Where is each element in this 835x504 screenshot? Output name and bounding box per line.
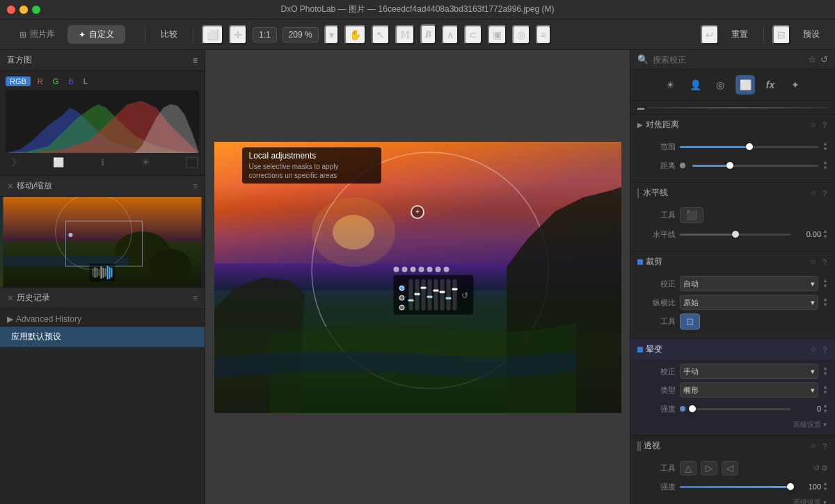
focus-distance-star-icon[interactable]: ☆: [809, 120, 818, 130]
history-group[interactable]: ▶ Advanced History: [0, 311, 205, 327]
tab-customize[interactable]: ✦ 自定义: [67, 25, 125, 44]
focus-range-track[interactable]: [680, 146, 818, 148]
handle-circle[interactable]: +: [411, 205, 424, 219]
favorites-star-icon[interactable]: ☆: [808, 54, 816, 65]
perspective-strength-slider[interactable]: [680, 486, 790, 488]
perspective-advanced-settings[interactable]: 高级设置 ▾: [637, 498, 828, 504]
vignette-strength-down[interactable]: ▼: [822, 409, 828, 414]
brush-tool[interactable]: 𝑩: [420, 24, 436, 44]
horizon-star-icon[interactable]: ☆: [809, 188, 818, 198]
focus-distance-header[interactable]: ▶ 对焦距离 ☆ ?: [630, 115, 835, 135]
horizon-tool-icon[interactable]: ⬛: [680, 207, 703, 223]
cursor-tool[interactable]: ↖: [372, 25, 390, 44]
close-icon[interactable]: ✕: [7, 181, 14, 191]
sliders-reset-icon[interactable]: ↺: [461, 290, 468, 300]
crop-ratio-down[interactable]: ▼: [822, 302, 828, 308]
dot-6[interactable]: [436, 267, 441, 273]
control-dot-2[interactable]: [399, 295, 405, 301]
focus-distance-down[interactable]: ▼: [822, 165, 828, 171]
move-zoom-preview[interactable]: [0, 197, 205, 287]
histogram-b-channel[interactable]: B: [65, 76, 76, 86]
tool-magic-icon[interactable]: ✦: [786, 75, 805, 95]
focus-distance-track[interactable]: [692, 165, 818, 167]
tool-target-icon[interactable]: ◎: [710, 75, 730, 95]
vignette-info-icon[interactable]: ?: [821, 345, 828, 355]
vignette-correction-select[interactable]: 手动 ▾: [680, 364, 818, 379]
compare-button[interactable]: 比较: [154, 26, 184, 43]
horizon-info-icon[interactable]: ?: [821, 188, 828, 198]
blue-control-dot-1[interactable]: [399, 286, 405, 291]
slider-track-7[interactable]: [447, 279, 451, 311]
vignette-strength-arrows[interactable]: ▲ ▼: [822, 403, 828, 414]
crop-ratio-select[interactable]: 原始 ▾: [680, 295, 818, 310]
perspective-star-icon[interactable]: ☆: [809, 441, 818, 451]
horizon-num-arrows[interactable]: ▲ ▼: [822, 229, 828, 240]
dot-4[interactable]: [419, 267, 424, 273]
vignette-header[interactable]: 晕变 ☆ ?: [630, 339, 835, 359]
focus-distance-slider[interactable]: [680, 163, 818, 168]
tool-fx-icon[interactable]: fx: [761, 75, 780, 95]
reset-button[interactable]: 重置: [724, 26, 755, 43]
slider-track-2[interactable]: [415, 279, 420, 311]
vignette-type-arrows[interactable]: ▲ ▼: [822, 384, 828, 396]
slider-track-3[interactable]: [422, 279, 426, 311]
perspective-tool-1[interactable]: △: [680, 461, 697, 475]
history-item-default-preset[interactable]: 应用默认预设: [0, 327, 205, 347]
mask-tool[interactable]: 𝕄: [395, 25, 415, 44]
vignette-correction-arrows[interactable]: ▲ ▼: [822, 366, 828, 377]
focus-distance-info-icon[interactable]: ?: [821, 120, 828, 130]
histogram-rgb-button[interactable]: RGB: [6, 76, 31, 86]
history-icon[interactable]: ↺: [820, 54, 828, 65]
vignette-type-down[interactable]: ▼: [822, 390, 828, 396]
dot-2[interactable]: [402, 267, 408, 273]
slider-track-4[interactable]: [428, 279, 432, 311]
slider-track-6[interactable]: [440, 279, 445, 311]
history-close-icon[interactable]: ✕: [7, 293, 14, 303]
crop-ratio-arrows[interactable]: ▲ ▼: [822, 297, 828, 308]
focus-range-slider[interactable]: [680, 146, 818, 148]
gradient-tool[interactable]: ▣: [488, 25, 507, 44]
mask-control-panel[interactable]: ↺: [394, 267, 474, 315]
crop-star-icon[interactable]: ☆: [809, 257, 818, 267]
hand-tool[interactable]: ✋: [344, 25, 366, 44]
crop-info-icon[interactable]: ?: [821, 257, 828, 267]
histogram-menu-icon[interactable]: ≡: [193, 56, 198, 65]
search-input[interactable]: [653, 55, 804, 65]
frame-icon[interactable]: ⬜: [202, 25, 223, 44]
vignette-strength-slider[interactable]: [692, 408, 790, 410]
perspective-settings-icon[interactable]: ⚙: [821, 464, 828, 473]
crop-correction-select[interactable]: 自动 ▾: [680, 276, 818, 291]
tool-person-icon[interactable]: 👤: [685, 75, 705, 95]
shadow-clipping-icon[interactable]: ☽: [7, 156, 17, 169]
info-icon[interactable]: ℹ: [101, 157, 104, 168]
focus-distance-arrows[interactable]: ▲ ▼: [822, 160, 828, 171]
slider-track-8[interactable]: [453, 279, 457, 311]
crop-correction-down[interactable]: ▼: [822, 284, 828, 289]
slider-track-5[interactable]: [434, 279, 438, 311]
tool-frame-icon[interactable]: ⬜: [735, 75, 755, 95]
perspective-strength-track[interactable]: [680, 486, 790, 488]
perspective-tool-2[interactable]: ▷: [701, 461, 717, 475]
undo-icon[interactable]: ↩: [701, 25, 719, 44]
mask-center-handle[interactable]: +: [411, 205, 424, 219]
window-controls[interactable]: [7, 6, 40, 14]
history-menu-icon[interactable]: ≡: [193, 293, 198, 303]
zoom-percent[interactable]: 209 %: [283, 27, 319, 42]
dot-1[interactable]: [394, 267, 399, 273]
perspective-tool-3[interactable]: ◁: [722, 461, 738, 475]
histogram-l-channel[interactable]: L: [81, 76, 90, 86]
center-canvas[interactable]: Local adjustments Use selective masks to…: [205, 50, 630, 504]
tool-sun-icon[interactable]: ☀: [660, 75, 680, 95]
horizon-slider[interactable]: [680, 234, 790, 236]
tab-photo-library[interactable]: ⊞ 照片库: [8, 25, 66, 44]
lasso-tool[interactable]: ⊂: [464, 25, 482, 44]
vignette-type-select[interactable]: 椭形 ▾: [680, 382, 818, 398]
dot-5[interactable]: [427, 267, 433, 273]
crop-correction-arrows[interactable]: ▲ ▼: [822, 278, 828, 289]
perspective-info-icon[interactable]: ?: [821, 441, 828, 451]
perspective-header[interactable]: 透视 ☆ ?: [630, 436, 835, 456]
histogram-g-channel[interactable]: G: [50, 76, 62, 86]
vignette-strength-track[interactable]: [692, 408, 790, 410]
vignette-star-icon[interactable]: ☆: [809, 344, 818, 355]
histogram-r-channel[interactable]: R: [35, 76, 46, 86]
